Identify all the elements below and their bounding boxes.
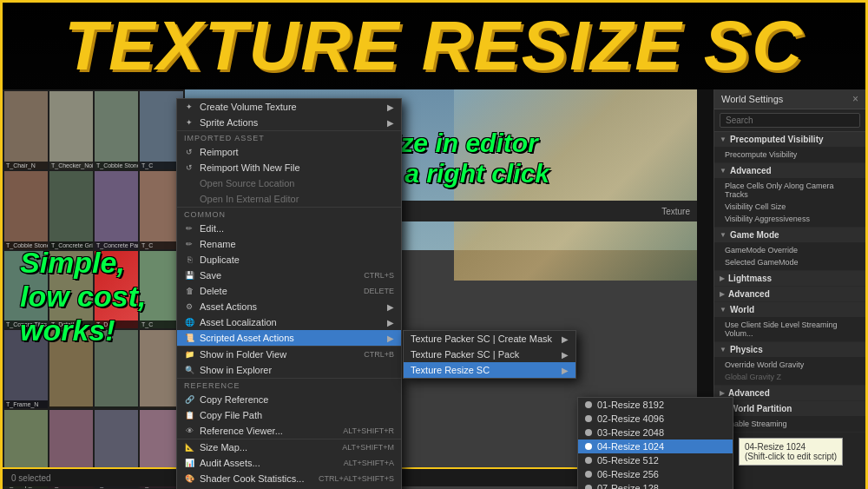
section-title-gamemode: Game Mode xyxy=(730,230,779,240)
asset-thumbnail[interactable]: T_Concrete Grime_D xyxy=(49,171,93,249)
section-header-advanced2[interactable]: ▶ Advanced xyxy=(714,287,865,301)
copy-path-icon: 📋 xyxy=(184,410,194,420)
folder-icon: 📁 xyxy=(184,349,194,360)
menu-item-save[interactable]: 💾 Save CTRL+S xyxy=(177,268,401,283)
menu-item-asset-actions[interactable]: ⚙ Asset Actions ▶ xyxy=(177,299,401,314)
panel-item-global-gravity: Global Gravity Z xyxy=(714,371,865,383)
section-header-gamemode[interactable]: ▼ Game Mode xyxy=(714,228,865,242)
section-header-advanced3[interactable]: ▶ Advanced xyxy=(714,386,865,400)
asset-thumbnail[interactable]: T_Concrete Panels_D xyxy=(95,171,138,249)
asset-thumbnail[interactable]: T_Chair_N xyxy=(4,91,48,169)
overlay-works: works! xyxy=(20,314,146,347)
edit-icon: ✏ xyxy=(184,223,194,234)
menu-item-rename[interactable]: ✏ Rename xyxy=(177,236,401,252)
panel-item-streaming: Use Client Side Level Streaming Volum... xyxy=(714,319,865,340)
scripted-submenu: Texture Packer SC | Create Mask ▶ Textur… xyxy=(403,330,576,379)
section-title-physics: Physics xyxy=(730,345,763,354)
copy-ref-icon: 🔗 xyxy=(184,394,194,405)
imported-label: IMPORTED ASSET xyxy=(177,131,401,144)
delete-icon: 🗑 xyxy=(184,286,194,296)
menu-item-duplicate[interactable]: ⎘ Duplicate xyxy=(177,252,401,268)
overlay-simple: Simple, xyxy=(20,246,146,280)
section-world-partition: ▼ World Partition Enable Streaming xyxy=(714,401,865,433)
panel-item-place-cells: Place Cells Only Along Camera Tracks xyxy=(714,180,865,201)
menu-item-reimport-new[interactable]: ↺ Reimport With New File xyxy=(177,160,401,175)
menu-item-scripted[interactable]: 📜 Scripted Asset Actions ▶ Texture Packe… xyxy=(177,330,401,346)
panel-content: ▼ Precomputed Visibility Precompute Visi… xyxy=(714,132,865,486)
menu-section-tools: 📐 Size Map... ALT+SHIFT+M 📊 Audit Assets… xyxy=(177,439,401,489)
menu-section-folder: 📁 Show in Folder View CTRL+B 🔍 Show in E… xyxy=(177,347,401,379)
reimport-icon: ↺ xyxy=(184,147,194,157)
menu-item-edit[interactable]: ✏ Edit... xyxy=(177,221,401,236)
panel-item-vis-aggressive: Visibility Aggressiveness xyxy=(714,213,865,225)
resize-item-1[interactable]: 02-Resize 4096 xyxy=(578,412,733,426)
section-advanced-2: ▶ Advanced xyxy=(714,287,865,302)
menu-section-common: COMMON ✏ Edit... ✏ Rename ⎘ Duplicate 💾 … xyxy=(177,208,401,347)
resize-item-6[interactable]: 07-Resize 128 xyxy=(578,481,733,489)
search-input[interactable] xyxy=(720,113,860,128)
menu-section-imported: IMPORTED ASSET ↺ Reimport ↺ Reimport Wit… xyxy=(177,131,401,208)
submenu-texture-resize[interactable]: Texture Resize SC ▶ 01-Resize 819202-Res… xyxy=(404,362,575,378)
menu-item-shader-stats[interactable]: 🎨 Shader Cook Statistics... CTRL+ALT+SHI… xyxy=(177,471,401,486)
context-menu: ✦ Create Volume Texture ▶ ✦ Sprite Actio… xyxy=(176,98,402,489)
common-label: COMMON xyxy=(177,208,401,221)
ref-viewer-icon: 👁 xyxy=(184,426,194,436)
rename-icon: ✏ xyxy=(184,239,194,249)
filter-label: Texture xyxy=(661,207,690,216)
menu-item-asset-localization[interactable]: 🌐 Asset Localization ▶ xyxy=(177,314,401,330)
section-content-advanced1: Place Cells Only Along Camera Tracks Vis… xyxy=(714,178,865,227)
resize-dot xyxy=(585,429,592,436)
menu-item-delete[interactable]: 🗑 Delete DELETE xyxy=(177,283,401,299)
save-icon: 💾 xyxy=(184,270,194,281)
menu-item-show-folder[interactable]: 📁 Show in Folder View CTRL+B xyxy=(177,347,401,362)
asset-thumbnail[interactable]: T_Cobble Stone_ xyxy=(4,171,48,249)
menu-item-create-volume[interactable]: ✦ Create Volume Texture ▶ xyxy=(177,99,401,115)
menu-item-ref-viewer[interactable]: 👁 Reference Viewer... ALT+SHIFT+R xyxy=(177,423,401,439)
menu-item-sprite-actions[interactable]: ✦ Sprite Actions ▶ xyxy=(177,115,401,130)
menu-item-copy-ref[interactable]: 🔗 Copy Reference xyxy=(177,392,401,407)
section-header-world-partition[interactable]: ▼ World Partition xyxy=(714,401,865,416)
duplicate-icon: ⎘ xyxy=(184,254,194,265)
menu-item-reimport[interactable]: ↺ Reimport xyxy=(177,144,401,160)
menu-item-audit[interactable]: 📊 Audit Assets... ALT+SHIFT+A xyxy=(177,455,401,471)
submenu-texture-packer-pack[interactable]: Texture Packer SC | Pack ▶ xyxy=(404,347,575,362)
selected-count: 0 selected xyxy=(11,473,51,483)
resize-item-3[interactable]: 04-Resize 102404-Resize 1024 (Shift-clic… xyxy=(578,439,733,453)
section-content-physics: Override World Gravity Global Gravity Z xyxy=(714,357,865,385)
section-content-gamemode: GameMode Override Selected GameMode xyxy=(714,242,865,270)
section-header-physics[interactable]: ▼ Physics xyxy=(714,342,865,357)
menu-item-size-map[interactable]: 📐 Size Map... ALT+SHIFT+M xyxy=(177,439,401,455)
resize-item-4[interactable]: 05-Resize 512 xyxy=(578,453,733,467)
section-title-advanced1: Advanced xyxy=(730,166,772,175)
section-header-world[interactable]: ▼ World xyxy=(714,302,865,317)
section-header-advanced1[interactable]: ▼ Advanced xyxy=(714,163,865,178)
section-header-precomputed[interactable]: ▼ Precomputed Visibility xyxy=(714,132,865,147)
submenu-texture-packer-mask[interactable]: Texture Packer SC | Create Mask ▶ xyxy=(404,331,575,347)
overlay-lowcost: low cost, xyxy=(20,280,146,314)
menu-item-show-explorer[interactable]: 🔍 Show in Explorer xyxy=(177,362,401,378)
panel-item-vis-cell-size: Visibility Cell Size xyxy=(714,201,865,213)
asset-thumbnail[interactable]: T_Checker_Noise_M xyxy=(49,91,93,169)
resize-dot xyxy=(585,415,592,422)
resize-item-5[interactable]: 06-Resize 256 xyxy=(578,467,733,481)
section-title-world-partition: World Partition xyxy=(730,404,792,413)
section-title-advanced2: Advanced xyxy=(728,289,770,299)
world-settings-panel: World Settings × ▼ Precomputed Visibilit… xyxy=(713,89,865,489)
menu-section-reference: REFERENCE 🔗 Copy Reference 📋 Copy File P… xyxy=(177,379,401,439)
audit-icon: 📊 xyxy=(184,458,194,468)
resize-item-0[interactable]: 01-Resize 8192 xyxy=(578,398,733,412)
resize-submenu: 01-Resize 819202-Resize 409603-Resize 20… xyxy=(577,397,733,489)
sprite-icon: ✦ xyxy=(184,117,194,128)
panel-close-button[interactable]: × xyxy=(852,93,858,105)
section-header-lightmass[interactable]: ▶ Lightmass xyxy=(714,271,865,286)
section-title-world: World xyxy=(730,305,754,314)
panel-title: World Settings xyxy=(721,94,849,104)
section-world: ▼ World Use Client Side Level Streaming … xyxy=(714,302,865,342)
asset-thumbnail[interactable]: T_Cobble Stone_ xyxy=(95,91,138,169)
overlay-simple-text: Simple, low cost, works! xyxy=(20,246,146,347)
scripted-icon: 📜 xyxy=(184,333,194,343)
resize-item-2[interactable]: 03-Resize 2048 xyxy=(578,426,733,439)
explorer-icon: 🔍 xyxy=(184,365,194,375)
menu-item-copy-path[interactable]: 📋 Copy File Path xyxy=(177,407,401,423)
size-map-icon: 📐 xyxy=(184,442,194,453)
